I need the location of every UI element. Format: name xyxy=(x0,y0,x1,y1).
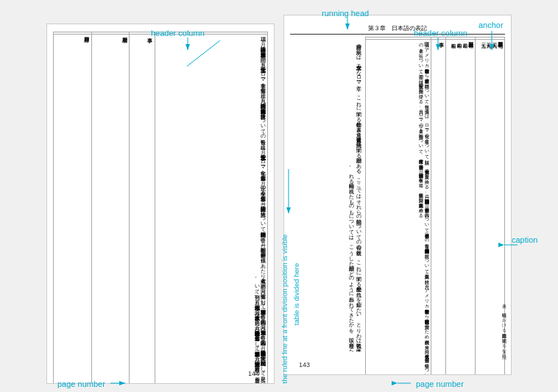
cell-content-1: 一月、国語審議会に「当用漢字音訓表」を諮問。五月、活字三七九三字のローマ字表を文… xyxy=(155,35,267,384)
right-main-text: 日本語の表記には、文字（漢字・かな・ローマ字）と、これに関する社会的な書き方（送… xyxy=(290,37,364,352)
right-page-inner: 第３章 日本語の表記 日本語の表記には、文字（漢字・かな・ローマ字）と、これに関… xyxy=(284,15,511,374)
right-page-table: 項 事 和暦 四暦 一月、アメリカ教育使節団から日本語改革の問題について報告。会… xyxy=(365,37,505,374)
running-head-title: 日本語の表記 xyxy=(392,25,427,32)
running-head: 第３章 日本語の表記 xyxy=(290,23,505,35)
cell-event-1 xyxy=(130,35,155,384)
caption-text: 表３ 戦後における日本語表記に関連する主な流れ xyxy=(501,301,507,356)
cell-wareki-1: 昭和二二昭和二三昭和二四 xyxy=(91,35,130,384)
table-row: 一月、国語審議会に「当用漢字音訓表」を諮問。五月、活字三七九三字のローマ字表を文… xyxy=(54,35,268,384)
left-page: 項 事 和暦 四暦 一月、国語審議会に「当用漢字音訓表」を諮問。五月、活字三七九… xyxy=(46,24,275,384)
cell-seireki-1: 一九四七一九四八一九四九 xyxy=(54,35,92,384)
right-cell-event xyxy=(431,40,445,375)
right-table-row: 一月、アメリカ教育使節団から日本語改革の問題について報告。会議では、ローマ字化の… xyxy=(366,40,505,375)
page-number-left: 144 xyxy=(248,370,259,377)
left-page-table: 項 事 和暦 四暦 一月、国語審議会に「当用漢字音訓表」を諮問。五月、活字三七九… xyxy=(53,32,268,383)
running-head-chapter: 第３章 xyxy=(368,25,386,32)
left-page-inner: 項 事 和暦 四暦 一月、国語審議会に「当用漢字音訓表」を諮問。五月、活字三七九… xyxy=(47,24,274,383)
page-number-right: 143 xyxy=(299,361,310,368)
right-page: 第３章 日本語の表記 日本語の表記には、文字（漢字・かな・ローマ字）と、これに関… xyxy=(283,15,512,375)
right-cell-content: 一月、アメリカ教育使節団から日本語改革の問題について報告。会議では、ローマ字化の… xyxy=(366,40,431,375)
main-container: 項 事 和暦 四暦 一月、国語審議会に「当用漢字音訓表」を諮問。五月、活字三七九… xyxy=(0,0,558,392)
right-cell-era: 昭和二二昭和二三昭和二四昭和二五 xyxy=(445,40,475,375)
